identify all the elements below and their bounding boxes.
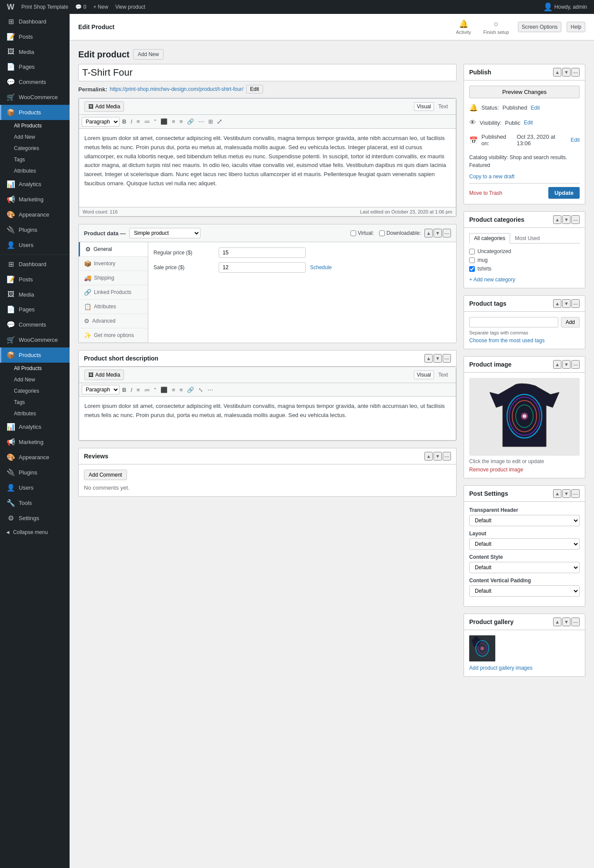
product-gallery-close[interactable]: — bbox=[571, 618, 580, 626]
reviews-down[interactable]: ▼ bbox=[434, 452, 442, 461]
layout-select[interactable]: Default Fullwidth Boxed bbox=[469, 538, 580, 550]
product-tab-inventory[interactable]: 📦 Inventory bbox=[79, 257, 148, 271]
sidebar-item-marketing2[interactable]: 📢 Marketing bbox=[0, 434, 70, 450]
product-tab-attributes[interactable]: 📋 Attributes bbox=[79, 300, 148, 314]
short-desc-expand[interactable]: ⤡ bbox=[197, 386, 205, 394]
visual-mode-button[interactable]: Visual bbox=[414, 102, 434, 111]
product-tab-more-options[interactable]: ✨ Get more options bbox=[79, 328, 148, 343]
add-comment-button[interactable]: Add Comment bbox=[84, 470, 127, 480]
preview-changes-button[interactable]: Preview Changes bbox=[469, 86, 580, 98]
sidebar-subitem-categories2[interactable]: Categories bbox=[0, 385, 70, 397]
post-settings-down[interactable]: ▼ bbox=[562, 489, 571, 498]
sidebar-item-plugins[interactable]: 🔌 Plugins bbox=[0, 222, 70, 237]
product-data-up[interactable]: ▲ bbox=[424, 229, 433, 237]
sidebar-subitem-add-new2[interactable]: Add New bbox=[0, 374, 70, 385]
sidebar-item-posts[interactable]: 📝 Posts bbox=[0, 29, 70, 44]
sidebar-item-appearance[interactable]: 🎨 Appearance bbox=[0, 207, 70, 222]
remove-product-image-link[interactable]: Remove product image bbox=[469, 467, 523, 473]
sidebar-item-media[interactable]: 🖼 Media bbox=[0, 44, 70, 59]
add-new-button[interactable]: + New bbox=[90, 0, 112, 14]
view-product-link[interactable]: View product bbox=[112, 0, 149, 14]
add-media-button[interactable]: 🖼 Add Media bbox=[84, 101, 124, 112]
short-desc-more[interactable]: ⋯ bbox=[206, 386, 215, 394]
sidebar-item-pages[interactable]: 📄 Pages bbox=[0, 59, 70, 74]
product-tab-shipping[interactable]: 🚚 Shipping bbox=[79, 271, 148, 285]
short-description-content[interactable]: Lorem ipsum dolor sit amet, consectetur … bbox=[79, 397, 456, 440]
short-desc-close[interactable]: — bbox=[443, 354, 451, 363]
sidebar-item-products[interactable]: 📦 Products bbox=[0, 105, 70, 120]
table-button[interactable]: ⊞ bbox=[207, 117, 215, 126]
add-gallery-images-link[interactable]: Add product gallery images bbox=[469, 665, 580, 671]
sidebar-subitem-attributes[interactable]: Attributes bbox=[0, 165, 70, 177]
tags-down[interactable]: ▼ bbox=[562, 299, 571, 308]
sidebar-item-posts2[interactable]: 📝 Posts bbox=[0, 272, 70, 287]
short-desc-align-right[interactable]: ≡ bbox=[178, 386, 185, 394]
product-tab-linked[interactable]: 🔗 Linked Products bbox=[79, 285, 148, 300]
short-desc-text-button[interactable]: Text bbox=[436, 371, 451, 379]
add-new-category-link[interactable]: + Add new category bbox=[469, 277, 580, 283]
product-type-select[interactable]: Simple product Variable product Grouped … bbox=[129, 228, 200, 238]
screen-options-button[interactable]: Screen Options bbox=[518, 22, 562, 32]
category-item-mug[interactable]: mug bbox=[469, 256, 580, 264]
ordered-list-button[interactable]: ≔ bbox=[143, 117, 152, 126]
paragraph-select[interactable]: Paragraph bbox=[82, 117, 120, 127]
sidebar-subitem-all-products2[interactable]: All Products bbox=[0, 363, 70, 374]
sidebar-item-analytics[interactable]: 📊 Analytics bbox=[0, 177, 70, 192]
category-item-uncategorized[interactable]: Uncategorized bbox=[469, 247, 580, 256]
publish-close[interactable]: — bbox=[571, 68, 580, 77]
edit-permalink-button[interactable]: Edit bbox=[246, 85, 263, 93]
text-mode-button[interactable]: Text bbox=[436, 102, 451, 111]
downloadable-checkbox[interactable] bbox=[379, 230, 385, 236]
sidebar-item-analytics2[interactable]: 📊 Analytics bbox=[0, 419, 70, 434]
sidebar-item-pages2[interactable]: 📄 Pages bbox=[0, 302, 70, 317]
comments-count[interactable]: 💬 0 bbox=[72, 0, 90, 14]
product-data-close[interactable]: — bbox=[443, 229, 451, 237]
update-button[interactable]: Update bbox=[548, 187, 580, 199]
sidebar-item-tools[interactable]: 🔧 Tools bbox=[0, 495, 70, 511]
short-desc-quote[interactable]: " bbox=[153, 386, 158, 394]
sidebar-item-plugins2[interactable]: 🔌 Plugins bbox=[0, 465, 70, 480]
category-item-tshirts[interactable]: tshirts bbox=[469, 264, 580, 273]
product-title-input[interactable] bbox=[78, 64, 457, 81]
choose-most-used-tags-link[interactable]: Choose from the most used tags bbox=[469, 337, 544, 344]
sidebar-item-appearance2[interactable]: 🎨 Appearance bbox=[0, 450, 70, 465]
copy-draft-link[interactable]: Copy to a new draft bbox=[469, 174, 580, 180]
product-gallery-down[interactable]: ▼ bbox=[562, 618, 571, 626]
align-right-button[interactable]: ≡ bbox=[178, 117, 185, 126]
move-to-trash-link[interactable]: Move to Trash bbox=[469, 190, 502, 196]
short-desc-paragraph-select[interactable]: Paragraph bbox=[82, 385, 120, 394]
short-desc-ol[interactable]: ≔ bbox=[143, 386, 152, 394]
short-desc-bold[interactable]: B bbox=[120, 386, 128, 394]
description-editor-content[interactable]: Lorem ipsum dolor sit amet, consectetur … bbox=[79, 129, 456, 207]
product-data-down[interactable]: ▼ bbox=[434, 229, 442, 237]
tag-input-field[interactable] bbox=[469, 317, 558, 327]
sidebar-subitem-attributes2[interactable]: Attributes bbox=[0, 408, 70, 419]
published-edit-link[interactable]: Edit bbox=[571, 137, 580, 143]
site-name[interactable]: Print Shop Template bbox=[18, 0, 72, 14]
short-desc-link[interactable]: 🔗 bbox=[185, 386, 196, 394]
content-padding-select[interactable]: Default None Small Large bbox=[469, 585, 580, 597]
short-desc-down[interactable]: ▼ bbox=[434, 354, 442, 363]
align-center-button[interactable]: ≡ bbox=[170, 117, 177, 126]
cat-checkbox-tshirts[interactable] bbox=[469, 266, 475, 272]
categories-down[interactable]: ▼ bbox=[562, 215, 571, 224]
fullscreen-button[interactable]: ⤢ bbox=[216, 117, 223, 127]
sidebar-item-settings[interactable]: ⚙ Settings bbox=[0, 511, 70, 526]
short-desc-italic[interactable]: I bbox=[129, 386, 134, 394]
all-categories-tab[interactable]: All categories bbox=[469, 233, 510, 244]
sidebar-subitem-all-products[interactable]: All Products bbox=[0, 120, 70, 131]
sidebar-item-dashboard2[interactable]: ⊞ Dashboard bbox=[0, 257, 70, 272]
post-settings-close[interactable]: — bbox=[571, 489, 580, 498]
more-button[interactable]: ⋯ bbox=[197, 117, 206, 126]
product-tab-advanced[interactable]: ⚙ Advanced bbox=[79, 314, 148, 328]
short-desc-align-center[interactable]: ≡ bbox=[170, 386, 177, 394]
finish-setup-button[interactable]: ○ Finish setup bbox=[480, 18, 512, 37]
sidebar-item-users[interactable]: 👤 Users bbox=[0, 237, 70, 253]
permalink-url[interactable]: https://print-shop.minchev-design.com/pr… bbox=[110, 86, 243, 92]
blockquote-button[interactable]: " bbox=[153, 117, 158, 126]
most-used-tab[interactable]: Most Used bbox=[510, 233, 544, 244]
collapse-menu-button[interactable]: ◄ Collapse menu bbox=[0, 526, 70, 539]
cat-checkbox-uncategorized[interactable] bbox=[469, 249, 475, 254]
sale-price-input[interactable] bbox=[219, 262, 306, 273]
product-tab-general[interactable]: ⚙ General bbox=[79, 242, 148, 257]
